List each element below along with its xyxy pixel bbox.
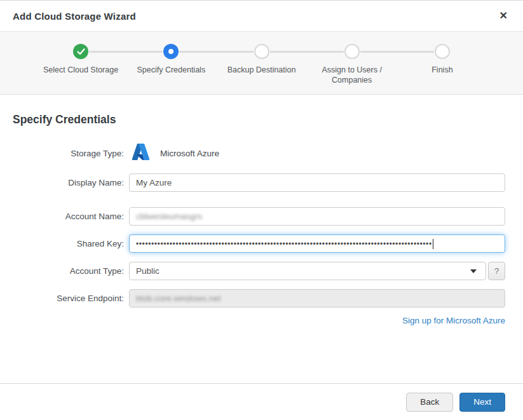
wizard-stepper: Select Cloud Storage Specify Credentials… [0,31,523,95]
step-specify-credentials: Specify Credentials [126,32,216,94]
step-upcoming-icon [435,44,450,59]
account-name-row: Account Name: cblwesteumasgrs [0,207,505,226]
storage-type-value: Microsoft Azure [160,149,219,158]
account-type-value: Public [136,266,160,276]
service-endpoint-input: blob.core.windows.net [129,289,505,308]
service-endpoint-value: blob.core.windows.net [136,294,221,303]
shared-key-masked-value: ••••••••••••••••••••••••••••••••••••••••… [136,240,432,248]
signup-azure-link[interactable]: Sign up for Microsoft Azure [402,316,505,325]
account-type-select[interactable]: Public [129,262,486,280]
signup-link-row: Sign up for Microsoft Azure [0,316,505,325]
display-name-input[interactable] [136,178,498,187]
chevron-down-icon [470,269,477,273]
step-upcoming-icon [344,44,360,59]
account-type-row: Account Type: Public ? [0,262,505,280]
azure-logo-icon [130,142,151,164]
display-name-label: Display Name: [0,178,124,187]
service-endpoint-row: Service Endpoint: blob.core.windows.net [0,289,505,308]
account-name-input[interactable]: cblwesteumasgrs [129,207,505,226]
storage-type-label: Storage Type: [0,149,124,158]
check-icon [77,48,85,55]
wizard-body: Specify Credentials Storage Type: Micros… [0,113,523,325]
step-completed-icon [73,44,88,59]
text-cursor [433,239,433,249]
account-name-label: Account Name: [0,212,124,221]
help-button[interactable]: ? [488,262,505,280]
account-name-value: cblwesteumasgrs [136,212,202,221]
dialog-title: Add Cloud Storage Wizard [13,11,136,22]
page-title: Specify Credentials [13,113,523,126]
service-endpoint-label: Service Endpoint: [0,294,124,303]
next-button[interactable]: Next [459,393,505,412]
back-button[interactable]: Back [406,393,453,412]
close-icon[interactable]: ✕ [497,10,510,22]
step-assign-users-companies: Assign to Users / Companies [307,32,397,94]
shared-key-row: Shared Key: ••••••••••••••••••••••••••••… [0,234,505,253]
display-name-field-wrap [129,173,505,192]
step-upcoming-icon [254,44,269,59]
step-select-cloud-storage: Select Cloud Storage [36,32,126,94]
shared-key-input[interactable]: ••••••••••••••••••••••••••••••••••••••••… [129,234,505,253]
wizard-footer: Back Next [0,383,523,420]
step-backup-destination: Backup Destination [216,32,306,94]
display-name-row: Display Name: [0,173,505,192]
storage-type-row: Storage Type: Microsoft Azure [0,143,505,163]
dialog-titlebar: Add Cloud Storage Wizard ✕ [0,1,523,31]
step-finish: Finish [397,32,487,94]
account-type-label: Account Type: [0,266,124,276]
shared-key-label: Shared Key: [0,239,124,248]
